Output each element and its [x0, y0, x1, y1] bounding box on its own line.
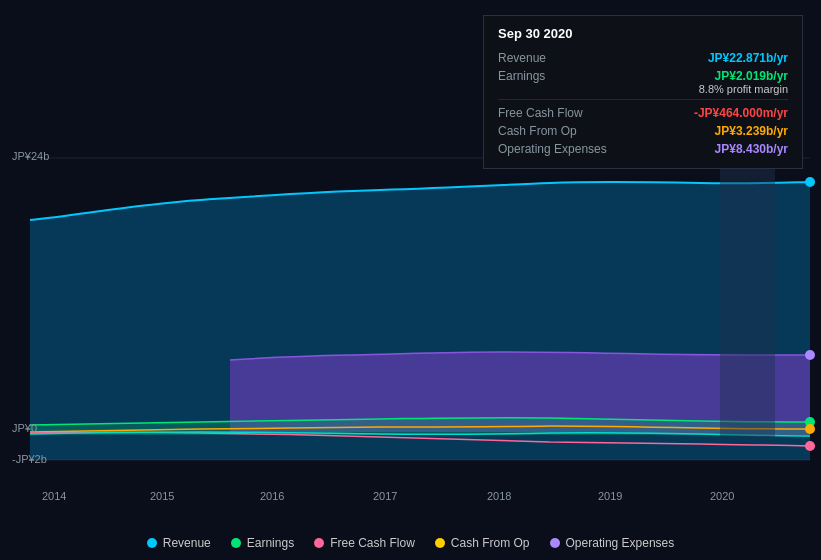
tooltip-revenue-label: Revenue	[498, 51, 546, 65]
y-axis-bottom: -JP¥2b	[12, 453, 47, 465]
legend-revenue-dot	[147, 538, 157, 548]
tooltip-opex-value: JP¥8.430b/yr	[715, 142, 788, 156]
x-axis-2018: 2018	[487, 490, 511, 502]
tooltip-opex-row: Operating Expenses JP¥8.430b/yr	[498, 140, 788, 158]
svg-point-5	[805, 177, 815, 187]
tooltip-opex-label: Operating Expenses	[498, 142, 607, 156]
x-axis-2016: 2016	[260, 490, 284, 502]
tooltip-fcf-label: Free Cash Flow	[498, 106, 583, 120]
tooltip-box: Sep 30 2020 Revenue JP¥22.871b/yr Earnin…	[483, 15, 803, 169]
tooltip-revenue-value: JP¥22.871b/yr	[708, 51, 788, 65]
tooltip-revenue-row: Revenue JP¥22.871b/yr	[498, 49, 788, 67]
chart-container: JP¥24b JP¥0 -JP¥2b 2014 2015 2016 2017 2…	[0, 0, 821, 560]
legend-earnings-label: Earnings	[247, 536, 294, 550]
tooltip-date: Sep 30 2020	[498, 26, 788, 41]
svg-point-6	[805, 350, 815, 360]
legend-fcf-dot	[314, 538, 324, 548]
legend-earnings-dot	[231, 538, 241, 548]
legend-cashfromop[interactable]: Cash From Op	[435, 536, 530, 550]
svg-rect-4	[720, 158, 775, 438]
y-axis-top: JP¥24b	[12, 150, 49, 162]
tooltip-cashfromop-row: Cash From Op JP¥3.239b/yr	[498, 122, 788, 140]
legend-opex-dot	[550, 538, 560, 548]
legend-opex-label: Operating Expenses	[566, 536, 675, 550]
svg-point-8	[805, 424, 815, 434]
x-axis-2020: 2020	[710, 490, 734, 502]
tooltip-fcf-row: Free Cash Flow -JP¥464.000m/yr	[498, 104, 788, 122]
legend-revenue-label: Revenue	[163, 536, 211, 550]
x-axis-2019: 2019	[598, 490, 622, 502]
chart-legend: Revenue Earnings Free Cash Flow Cash Fro…	[0, 536, 821, 550]
tooltip-earnings-value: JP¥2.019b/yr	[715, 69, 788, 83]
legend-cashfromop-label: Cash From Op	[451, 536, 530, 550]
legend-opex[interactable]: Operating Expenses	[550, 536, 675, 550]
tooltip-cashfromop-label: Cash From Op	[498, 124, 577, 138]
svg-point-9	[805, 441, 815, 451]
x-axis-2015: 2015	[150, 490, 174, 502]
legend-revenue[interactable]: Revenue	[147, 536, 211, 550]
legend-fcf-label: Free Cash Flow	[330, 536, 415, 550]
tooltip-profit-margin: 8.8% profit margin	[498, 83, 788, 95]
y-axis-zero: JP¥0	[12, 422, 37, 434]
tooltip-fcf-value: -JP¥464.000m/yr	[694, 106, 788, 120]
legend-fcf[interactable]: Free Cash Flow	[314, 536, 415, 550]
legend-earnings[interactable]: Earnings	[231, 536, 294, 550]
x-axis-2014: 2014	[42, 490, 66, 502]
x-axis-2017: 2017	[373, 490, 397, 502]
legend-cashfromop-dot	[435, 538, 445, 548]
tooltip-cashfromop-value: JP¥3.239b/yr	[715, 124, 788, 138]
tooltip-earnings-label: Earnings	[498, 69, 545, 83]
